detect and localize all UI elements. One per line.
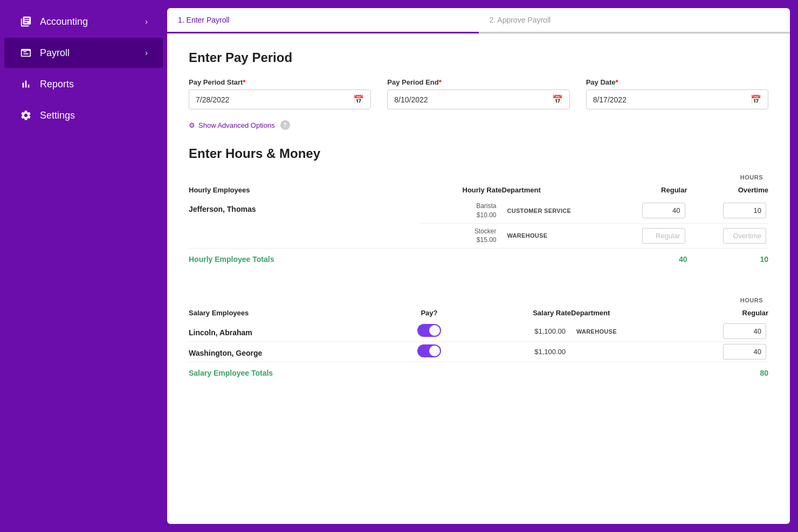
col-hourly-dept: Department [502,182,607,198]
dept-washington [571,342,682,362]
payroll-icon [19,46,32,59]
pay-toggle-lincoln[interactable] [386,321,472,342]
overtime-hours-barista [687,198,769,223]
regular-hours-barista [606,198,687,223]
regular-hours-lincoln [682,321,768,342]
hours-label-row: HOURS [189,174,768,182]
employee-name-washington: Washington, George [189,342,386,362]
pay-period-end-group: Pay Period End* 8/10/2022 📅 [387,78,569,109]
hourly-totals-label: Hourly Employee Totals [189,248,421,271]
dept-warehouse-hourly: WAREHOUSE [502,223,607,248]
salary-totals-label: Salary Employee Totals [189,362,386,384]
hours-group-label-salary: HOURS [682,297,768,305]
step-enter-payroll[interactable]: 1. Enter Payroll [167,8,479,33]
main-content: 1. Enter Payroll 2. Approve Payroll Ente… [167,8,790,524]
calendar-icon-start: 📅 [353,94,364,105]
steps-bar: 1. Enter Payroll 2. Approve Payroll [167,8,790,34]
step-approve-payroll[interactable]: 2. Approve Payroll [479,8,790,33]
col-hourly-employees: Hourly Employees [189,182,421,198]
salary-totals-regular: 80 [682,362,768,384]
dept-warehouse-lincoln: WAREHOUSE [571,321,682,342]
section-separator [189,281,768,297]
regular-hours-washington [682,342,768,362]
hourly-totals-row: Hourly Employee Totals 40 10 [189,248,768,271]
regular-hours-lincoln-input[interactable] [723,323,766,339]
col-hourly-rate: Hourly Rate [421,182,502,198]
pay-toggle-washington[interactable] [386,342,472,362]
col-hourly-overtime: Overtime [687,182,769,198]
toggle-lincoln[interactable] [417,324,441,337]
pay-period-end-label: Pay Period End* [387,78,569,86]
overtime-hours-stocker [687,223,769,248]
salary-hours-label-row: HOURS [189,297,768,305]
toggle-washington[interactable] [417,344,441,357]
sidebar-label-accounting: Accounting [40,16,88,27]
sidebar: Accounting › Payroll › Reports [0,0,167,532]
role-stocker-rate: Stocker $15.00 [421,223,502,248]
sidebar-item-settings[interactable]: Settings [4,100,163,130]
pay-period-title: Enter Pay Period [189,50,768,65]
col-salary-pay: Pay? [386,305,472,321]
col-salary-regular: Regular [682,305,768,321]
calendar-icon-end: 📅 [552,94,563,105]
salary-rate-lincoln: $1,100.00 [472,321,571,342]
table-row: Washington, George $1,100.00 [189,342,768,362]
sidebar-label-settings: Settings [40,110,75,121]
employee-name-jefferson: Jefferson, Thomas [189,198,421,248]
book-icon [19,15,32,28]
pay-period-start-label: Pay Period Start* [189,78,371,86]
pay-date-input[interactable]: 8/17/2022 📅 [586,89,768,109]
pay-date-group: Pay Date* 8/17/2022 📅 [586,78,768,109]
chevron-right-icon-payroll: › [145,49,148,57]
table-row: Jefferson, Thomas Barista $10.00 CUSTOME… [189,198,768,223]
sidebar-label-reports: Reports [40,79,74,90]
sidebar-item-accounting[interactable]: Accounting › [4,6,163,37]
sidebar-item-payroll[interactable]: Payroll › [4,38,163,68]
role-barista-rate: Barista $10.00 [421,198,502,223]
hours-group-label-hourly: HOURS [606,174,768,182]
help-icon[interactable]: ? [280,120,290,130]
salary-columns-header: Salary Employees Pay? Salary Rate Depart… [189,305,768,321]
advanced-options-row: ⚙ Show Advanced Options ? [189,120,768,130]
hourly-totals-overtime: 10 [687,248,769,271]
regular-hours-washington-input[interactable] [723,344,766,360]
show-advanced-options-link[interactable]: ⚙ Show Advanced Options [189,121,275,129]
salary-rate-washington: $1,100.00 [472,342,571,362]
regular-hours-stocker [606,223,687,248]
pay-period-end-input[interactable]: 8/10/2022 📅 [387,89,569,109]
overtime-hours-barista-input[interactable] [723,203,766,218]
sidebar-item-reports[interactable]: Reports [4,69,163,99]
hourly-columns-header: Hourly Employees Hourly Rate Department … [189,182,768,198]
sidebar-label-payroll: Payroll [40,47,70,59]
pay-period-start-input[interactable]: 7/28/2022 📅 [189,89,371,109]
regular-hours-stocker-input[interactable] [642,228,685,244]
overtime-hours-stocker-input[interactable] [723,228,766,244]
salary-employees-table: HOURS Salary Employees Pay? Salary Rate … [189,297,768,384]
table-row: Lincoln, Abraham $1,100.00 WAREHOUSE [189,321,768,342]
dept-customer-service: CUSTOMER SERVICE [502,198,607,223]
pay-date-label: Pay Date* [586,78,768,86]
content-area: Enter Pay Period Pay Period Start* 7/28/… [167,34,790,411]
hours-money-section: Enter Hours & Money HOURS Hourly Employe… [189,146,768,384]
col-salary-rate: Salary Rate [472,305,571,321]
pay-period-fields: Pay Period Start* 7/28/2022 📅 Pay Period… [189,78,768,109]
col-hourly-regular: Regular [606,182,687,198]
hours-money-title: Enter Hours & Money [189,146,768,161]
gear-small-icon: ⚙ [189,121,195,129]
calendar-icon-paydate: 📅 [751,94,761,105]
salary-totals-row: Salary Employee Totals 80 [189,362,768,384]
gear-icon [19,109,32,122]
col-salary-dept: Department [571,305,682,321]
regular-hours-barista-input[interactable] [642,203,685,218]
col-salary-employees: Salary Employees [189,305,386,321]
hourly-employees-table: HOURS Hourly Employees Hourly Rate Depar… [189,174,768,270]
hourly-totals-regular: 40 [606,248,687,271]
employee-name-lincoln: Lincoln, Abraham [189,321,386,342]
chart-icon [19,78,32,91]
chevron-right-icon-accounting: › [145,17,148,26]
pay-period-start-group: Pay Period Start* 7/28/2022 📅 [189,78,371,109]
